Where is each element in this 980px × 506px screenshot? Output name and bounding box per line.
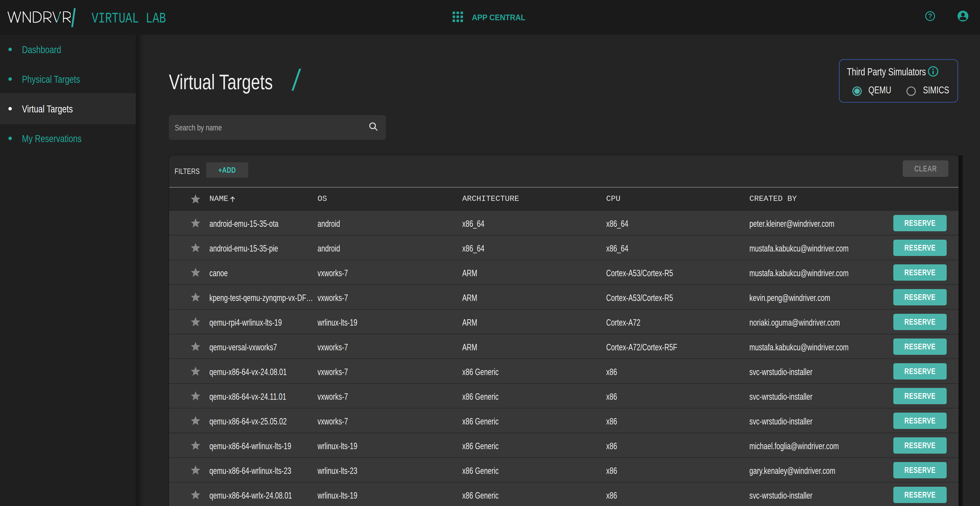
svg-text:?: ? [928, 12, 932, 20]
